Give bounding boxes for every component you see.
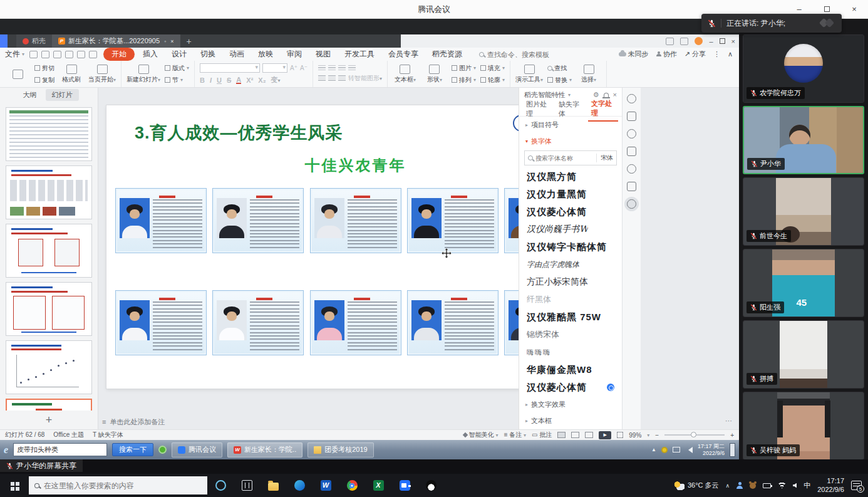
normal-view-icon[interactable] <box>557 432 566 438</box>
edge-icon[interactable] <box>286 474 313 497</box>
layout-button[interactable]: 版式▾ <box>165 64 189 73</box>
slide-thumbnail[interactable] <box>6 107 92 161</box>
shapes-button[interactable]: 形状▾ <box>422 65 447 84</box>
align-left-icon[interactable] <box>318 75 326 81</box>
participant-tile[interactable]: 拼搏 <box>743 320 864 389</box>
ribbon-tab[interactable]: 开发工具 <box>339 48 380 61</box>
student-card[interactable] <box>212 188 304 253</box>
collaborate-button[interactable]: 协作 <box>656 50 677 59</box>
italic-button[interactable]: I <box>210 76 212 84</box>
play-from-slide-button[interactable]: 当页开始▾ <box>88 65 116 84</box>
tray-app-icon[interactable] <box>661 447 668 453</box>
slides-tab[interactable]: 幻灯片 <box>46 89 79 101</box>
file-menu[interactable]: 文件▾ <box>5 49 24 60</box>
cut-button[interactable]: 剪切 <box>34 64 54 73</box>
taskbar-search-box[interactable] <box>29 476 207 494</box>
slide-thumbnail[interactable] <box>6 165 92 219</box>
font-option[interactable]: 汉仪黑方简 <box>519 168 622 186</box>
tray-app-icon[interactable] <box>750 483 756 489</box>
effects-icon[interactable] <box>627 129 636 139</box>
ribbon-tab[interactable]: 放映 <box>252 48 279 61</box>
bullet-list-icon[interactable] <box>318 65 326 71</box>
tab-document[interactable]: P 新生家长：学院基...20220905 ◦ × <box>52 34 180 48</box>
new-tab-button[interactable]: + <box>187 36 192 46</box>
tencent-meeting-icon[interactable] <box>391 474 418 497</box>
fill-button[interactable]: 填充▾ <box>480 64 505 73</box>
slideshow-play-button[interactable]: ▶ <box>599 431 611 439</box>
wifi-icon[interactable] <box>778 483 786 489</box>
student-card[interactable] <box>115 290 207 355</box>
file-explorer-icon[interactable] <box>260 474 286 497</box>
subscript-button[interactable]: X₂ <box>258 76 266 84</box>
indent-icon[interactable] <box>338 65 346 71</box>
volume-icon[interactable] <box>793 483 797 488</box>
strikethrough-button[interactable]: S <box>227 76 231 84</box>
font-option[interactable]: 汉仪力量黑简 <box>519 186 622 203</box>
font-size-select[interactable] <box>262 63 287 73</box>
student-card[interactable] <box>115 188 207 253</box>
tray-contact-icon[interactable] <box>736 482 743 489</box>
panel-tab[interactable]: 图片处理 <box>523 97 553 121</box>
remote-search-button[interactable]: 搜索一下 <box>112 443 153 456</box>
font-option[interactable]: 汉仪菱心体简 <box>519 379 622 396</box>
weather-widget[interactable]: 36°C 多云 <box>674 481 719 490</box>
numbered-list-icon[interactable] <box>328 65 336 71</box>
wps-close-icon[interactable]: × <box>731 38 735 45</box>
layout-switch-icon[interactable] <box>666 38 674 45</box>
battery-icon[interactable] <box>763 483 771 488</box>
settings-icon[interactable] <box>627 112 636 121</box>
shrink-font-icon[interactable]: A⁻ <box>300 65 307 71</box>
apps-grid-icon[interactable] <box>680 38 688 45</box>
presentation-tools-button[interactable]: 演示工具▾ <box>515 65 543 84</box>
taskbar-search-input[interactable] <box>44 481 202 490</box>
clock[interactable]: 17:172022/9/6 <box>817 477 844 494</box>
align-right-icon[interactable] <box>338 75 346 81</box>
line-spacing-icon[interactable] <box>348 65 356 71</box>
task-view-icon[interactable] <box>234 474 260 497</box>
redo-icon[interactable] <box>89 51 97 58</box>
section-button[interactable]: 节▾ <box>165 76 189 85</box>
notes-button[interactable]: ≡ 备注 ▾ <box>504 431 526 439</box>
participant-tile[interactable]: 农学院何忠万 <box>743 34 864 103</box>
font-sync-icon[interactable] <box>607 384 614 391</box>
font-option[interactable]: 纤黑体 <box>519 291 622 308</box>
wps-maximize-icon[interactable] <box>720 38 725 45</box>
beauty-icon[interactable] <box>627 94 636 103</box>
missing-font-button[interactable]: T 缺失字体 <box>93 431 123 439</box>
font-family-select[interactable] <box>200 63 260 73</box>
ribbon-tab[interactable]: 设计 <box>166 48 192 61</box>
font-option[interactable]: 汉仪菱心体简 <box>519 203 622 221</box>
font-option[interactable]: 锦绣宋体 <box>519 326 622 343</box>
ribbon-tab[interactable]: 视图 <box>310 48 336 61</box>
outline-tab[interactable]: 大纲 <box>19 89 41 101</box>
collapse-ribbon-icon[interactable]: ∧ <box>728 50 733 58</box>
change-font-section[interactable]: ▾换字体 <box>519 133 622 149</box>
font-color-button[interactable]: A <box>236 76 241 84</box>
ribbon-tab[interactable]: 审阅 <box>281 48 307 61</box>
excel-icon[interactable]: X <box>365 474 391 497</box>
add-slide-button[interactable]: + <box>0 414 98 427</box>
browser-360-icon[interactable] <box>158 446 167 454</box>
wps-presentation-taskbar-app[interactable]: 新生家长：学院.. <box>227 442 302 458</box>
font-option[interactable]: 方正小标宋简体 <box>519 273 622 291</box>
replace-button[interactable]: 替换▾ <box>547 76 572 85</box>
smart-graphic-button[interactable]: 转智能图形▾ <box>348 74 382 83</box>
smart-beautify-button[interactable]: 智能美化 ▾ <box>463 431 499 439</box>
ribbon-tab[interactable]: 插入 <box>137 48 163 61</box>
student-card[interactable] <box>407 188 499 253</box>
student-card[interactable] <box>310 290 401 355</box>
font-option[interactable]: 字由点字虎魄体 <box>519 256 622 273</box>
share-button[interactable]: ↗ 分享 <box>685 50 706 59</box>
ribbon-tab[interactable]: 会员专享 <box>383 48 424 61</box>
comments-button[interactable]: ▭ 批注 <box>532 431 552 439</box>
word-icon[interactable]: W <box>313 474 339 497</box>
copy-button[interactable]: 复制 <box>34 76 54 85</box>
theme-label[interactable]: Office 主题 <box>53 431 84 439</box>
grow-font-icon[interactable]: A⁺ <box>290 65 297 71</box>
participant-tile[interactable]: 吴梓骏 妈妈 <box>743 392 864 460</box>
slide-thumbnail[interactable] <box>6 224 92 278</box>
new-slide-button[interactable]: 新建幻灯片▾ <box>127 65 160 84</box>
tab-pin-icon[interactable]: ◦ <box>164 38 166 44</box>
export-icon[interactable] <box>41 51 49 58</box>
text-effects-section[interactable]: ▸换文字效果 <box>519 396 622 412</box>
